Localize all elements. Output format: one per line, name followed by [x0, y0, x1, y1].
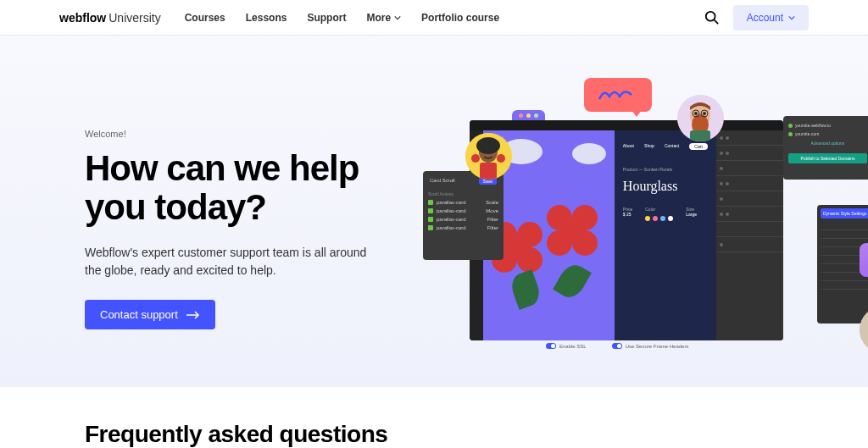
speech-bubble-question: ?	[860, 243, 868, 277]
person-icon	[465, 133, 512, 180]
svg-point-7	[471, 154, 480, 163]
hero-title: How can we help you today?	[85, 149, 373, 227]
publish-domain: yoursite.webflow.io	[795, 123, 831, 128]
leaf-icon	[508, 269, 543, 310]
logo[interactable]: webflow University	[59, 11, 161, 25]
interactions-title: Card Scroll	[430, 178, 455, 185]
nav-left: webflow University Courses Lessons Suppo…	[59, 11, 499, 25]
dot-icon	[534, 113, 538, 118]
designer-style-panel	[716, 130, 783, 340]
svg-point-5	[491, 150, 494, 153]
nav-link-support[interactable]: Support	[307, 12, 346, 24]
nav-more-label: More	[366, 12, 391, 24]
cta-label: Contact support	[100, 308, 178, 321]
hero-description: Webflow's expert customer support team i…	[85, 244, 373, 279]
designer-body: AboutShopContactCart Product — Sunken Fl…	[470, 130, 783, 340]
hero-graphics: AboutShopContactCart Product — Sunken Fl…	[436, 78, 843, 357]
publish-advanced: Advanced options	[788, 138, 867, 148]
logo-brand: webflow	[59, 11, 106, 25]
nav-links: Courses Lessons Support More Portfolio c…	[185, 12, 499, 24]
canvas-product-panel: AboutShopContactCart Product — Sunken Fl…	[615, 130, 716, 340]
designer-canvas: AboutShopContactCart Product — Sunken Fl…	[483, 130, 716, 340]
hero-eyebrow: Welcome!	[85, 129, 373, 139]
contact-support-button[interactable]: Contact support	[85, 300, 215, 329]
nav-link-portfolio[interactable]: Portfolio course	[421, 12, 499, 24]
toggle-label: Enable SSL	[559, 344, 587, 349]
interactions-sub: Scroll Actions	[428, 190, 498, 198]
search-icon[interactable]	[704, 10, 720, 25]
avatar	[677, 95, 724, 141]
chevron-down-icon	[788, 14, 795, 21]
publish-button: Publish to Selected Domains	[788, 153, 867, 163]
hero-content: Welcome! How can we help you today? Webf…	[0, 36, 373, 329]
designer-panel: AboutShopContactCart Product — Sunken Fl…	[470, 120, 783, 340]
style-header: Dynamic Style Settings	[821, 208, 868, 218]
headers-toggle: Use Secure Frame Headers	[612, 343, 689, 349]
leaf-icon	[553, 260, 592, 302]
nav-right: Account	[704, 5, 809, 30]
nav-link-lessons[interactable]: Lessons	[246, 12, 287, 24]
logo-sub: University	[108, 11, 160, 25]
chevron-down-icon	[394, 14, 401, 21]
dot-icon	[519, 113, 523, 118]
arrow-right-icon	[186, 311, 200, 319]
signature-icon	[598, 86, 640, 103]
hero-section: Welcome! How can we help you today? Webf…	[0, 36, 868, 387]
product-title: Hourglass	[623, 179, 708, 194]
person-icon	[677, 95, 724, 141]
account-label: Account	[747, 12, 783, 24]
toggle-row: Enable SSL Use Secure Frame Headers	[546, 343, 688, 349]
dot-icon	[526, 113, 531, 118]
designer-topbar	[470, 120, 783, 130]
publish-domain: yoursite.com	[795, 131, 819, 136]
faq-section: Frequently asked questions	[0, 387, 868, 448]
svg-point-12	[694, 112, 698, 115]
svg-point-0	[705, 11, 715, 20]
svg-rect-6	[480, 163, 497, 180]
account-button[interactable]: Account	[733, 5, 809, 30]
svg-point-4	[482, 150, 486, 153]
svg-point-13	[703, 112, 706, 115]
product-nav: AboutShopContactCart	[623, 143, 708, 150]
speech-bubble-signature	[584, 78, 652, 112]
navbar: webflow University Courses Lessons Suppo…	[0, 0, 868, 36]
nav-link-courses[interactable]: Courses	[185, 12, 225, 24]
faq-title: Frequently asked questions	[85, 421, 783, 448]
product-label: Product — Sunken Florals	[623, 167, 708, 172]
product-meta: Price$ 25 Color SizeLarge	[623, 207, 708, 221]
svg-point-3	[476, 137, 500, 154]
flower-icon	[547, 205, 598, 256]
nav-link-more[interactable]: More	[366, 12, 401, 24]
publish-panel: yoursite.webflow.io yoursite.com Advance…	[783, 116, 868, 180]
toggle-label: Use Secure Frame Headers	[626, 344, 689, 349]
svg-rect-16	[690, 130, 710, 141]
ssl-toggle: Enable SSL	[546, 343, 587, 349]
interactions-panel: Card Scroll Save Scroll Actions parallax…	[423, 171, 504, 260]
cloud-icon	[572, 143, 606, 164]
svg-point-8	[497, 154, 505, 163]
avatar	[465, 133, 512, 180]
